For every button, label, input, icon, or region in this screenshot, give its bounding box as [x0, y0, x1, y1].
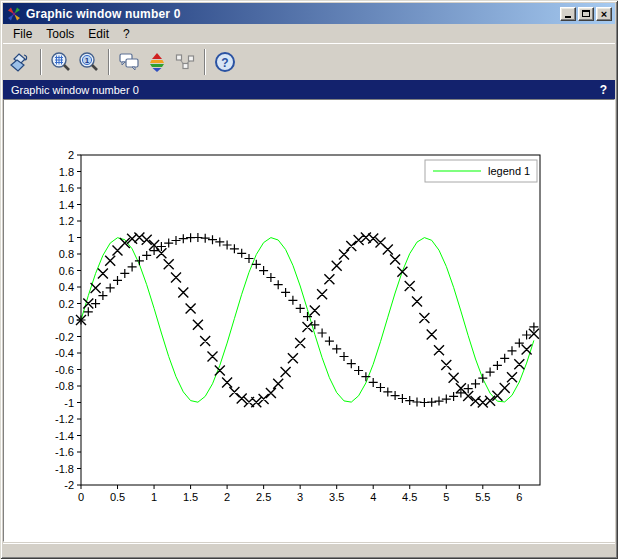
chart: 00.511.522.533.544.555.5621.81.61.41.210…: [4, 100, 612, 540]
toolbar-separator: [204, 49, 206, 75]
svg-text:-1.6: -1.6: [55, 446, 74, 458]
original-view-icon: 1: [77, 50, 101, 74]
svg-text:0: 0: [78, 491, 84, 503]
close-icon: ×: [601, 9, 607, 19]
scilab-colormap-button[interactable]: [143, 48, 171, 76]
svg-text:0: 0: [68, 314, 74, 326]
svg-text:1.4: 1.4: [59, 199, 74, 211]
minimize-button[interactable]: [560, 7, 576, 21]
svg-text:-1.2: -1.2: [55, 413, 74, 425]
window-title: Graphic window number 0: [26, 7, 554, 21]
menu-help[interactable]: ?: [117, 25, 136, 43]
svg-text:-0.2: -0.2: [55, 331, 74, 343]
svg-text:0.5: 0.5: [110, 491, 125, 503]
svg-text:-2: -2: [64, 479, 74, 491]
figure-info-bar: Graphic window number 0 ?: [3, 80, 615, 99]
scilab-colormap-icon: [145, 50, 169, 74]
svg-text:0.6: 0.6: [59, 265, 74, 277]
info-help-icon: ?: [600, 83, 607, 97]
svg-text:0.2: 0.2: [59, 298, 74, 310]
title-bar[interactable]: Graphic window number 0 ×: [3, 3, 615, 24]
minimize-icon: [565, 16, 571, 18]
svg-text:4.5: 4.5: [402, 491, 417, 503]
legend: legend 1: [425, 160, 537, 182]
toolbar: 1: [3, 43, 615, 80]
figure-title: Graphic window number 0: [11, 84, 139, 96]
maximize-button[interactable]: [578, 7, 594, 21]
rotate-icon: [9, 50, 33, 74]
svg-text:1: 1: [85, 56, 90, 65]
svg-text:-0.4: -0.4: [55, 347, 74, 359]
menu-edit[interactable]: Edit: [82, 25, 115, 43]
toolbar-separator: [40, 49, 42, 75]
svg-text:-1: -1: [64, 397, 74, 409]
help-icon: ?: [213, 50, 237, 74]
graphic-window: Graphic window number 0 × File Tools Edi…: [0, 0, 618, 559]
svg-text:6: 6: [516, 491, 522, 503]
menu-bar: File Tools Edit ?: [3, 24, 615, 43]
svg-text:2: 2: [224, 491, 230, 503]
svg-text:1.5: 1.5: [183, 491, 198, 503]
plot-canvas[interactable]: 00.511.522.533.544.555.5621.81.61.41.210…: [3, 99, 615, 542]
svg-text:1.8: 1.8: [59, 166, 74, 178]
scilab-app-icon: [6, 6, 22, 22]
svg-text:2.5: 2.5: [256, 491, 271, 503]
close-button[interactable]: ×: [596, 7, 612, 21]
svg-text:-0.8: -0.8: [55, 380, 74, 392]
help-button[interactable]: ?: [211, 48, 239, 76]
zoom-area-icon: [49, 50, 73, 74]
menu-file[interactable]: File: [7, 25, 38, 43]
svg-text:1.6: 1.6: [59, 182, 74, 194]
legend-label: legend 1: [488, 165, 530, 177]
series-sin-x-: [77, 233, 539, 407]
svg-text:-0.6: -0.6: [55, 364, 74, 376]
svg-text:2: 2: [68, 149, 74, 161]
svg-text:3.5: 3.5: [329, 491, 344, 503]
svg-text:0.4: 0.4: [59, 281, 74, 293]
maximize-icon: [582, 10, 590, 17]
datatips-icon: [173, 50, 197, 74]
svg-text:1: 1: [68, 232, 74, 244]
window-controls: ×: [558, 7, 612, 21]
original-view-button[interactable]: 1: [75, 48, 103, 76]
x-axis: 00.511.522.533.544.555.56: [78, 485, 522, 503]
svg-text:4: 4: [370, 491, 376, 503]
rotate-button[interactable]: [7, 48, 35, 76]
svg-text:?: ?: [221, 56, 228, 70]
speech-bubbles-icon: [117, 50, 141, 74]
svg-text:-1.8: -1.8: [55, 463, 74, 475]
svg-text:1: 1: [151, 491, 157, 503]
datatips-button[interactable]: [171, 48, 199, 76]
svg-text:0.8: 0.8: [59, 248, 74, 260]
ged-dialog-button[interactable]: [115, 48, 143, 76]
svg-text:3: 3: [297, 491, 303, 503]
svg-text:1.2: 1.2: [59, 215, 74, 227]
status-strip: [3, 543, 615, 556]
svg-text:5: 5: [443, 491, 449, 503]
zoom-area-button[interactable]: [47, 48, 75, 76]
svg-text:-1.4: -1.4: [55, 430, 74, 442]
toolbar-separator: [108, 49, 110, 75]
menu-tools[interactable]: Tools: [40, 25, 80, 43]
svg-text:5.5: 5.5: [475, 491, 490, 503]
